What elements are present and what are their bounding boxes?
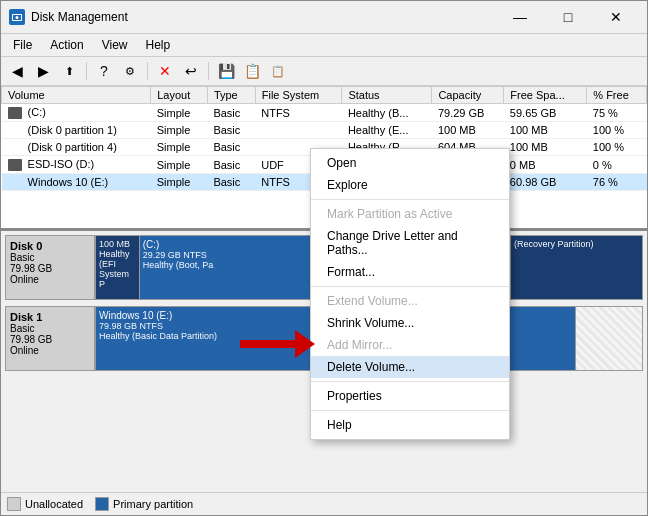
context-menu-overlay: Open Explore Mark Partition as Active Ch… — [0, 0, 648, 516]
arrow-head — [295, 330, 315, 358]
ctx-explore[interactable]: Explore — [311, 174, 509, 196]
arrow-indicator — [240, 330, 315, 358]
ctx-divider-2 — [311, 286, 509, 287]
ctx-delete-volume[interactable]: Delete Volume... — [311, 356, 509, 378]
ctx-help[interactable]: Help — [311, 414, 509, 436]
ctx-mark-active: Mark Partition as Active — [311, 203, 509, 225]
ctx-properties[interactable]: Properties — [311, 385, 509, 407]
ctx-change-letter[interactable]: Change Drive Letter and Paths... — [311, 225, 509, 261]
ctx-divider-1 — [311, 199, 509, 200]
ctx-divider-3 — [311, 381, 509, 382]
context-menu: Open Explore Mark Partition as Active Ch… — [310, 148, 510, 440]
ctx-format[interactable]: Format... — [311, 261, 509, 283]
ctx-open[interactable]: Open — [311, 152, 509, 174]
ctx-divider-4 — [311, 410, 509, 411]
ctx-shrink[interactable]: Shrink Volume... — [311, 312, 509, 334]
ctx-add-mirror: Add Mirror... — [311, 334, 509, 356]
arrow-shaft — [240, 340, 295, 348]
ctx-extend: Extend Volume... — [311, 290, 509, 312]
